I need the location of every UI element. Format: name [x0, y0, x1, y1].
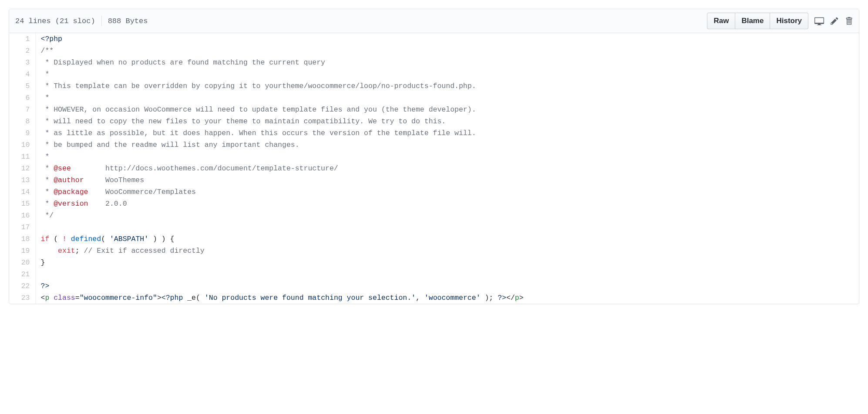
- code-line: /**: [35, 45, 859, 57]
- line-number[interactable]: 11: [9, 151, 35, 163]
- code-line: *: [35, 92, 859, 104]
- code-line: * be bumped and the readme will list any…: [35, 139, 859, 151]
- lines-count: 24 lines (21 sloc): [15, 17, 95, 25]
- line-number[interactable]: 9: [9, 127, 35, 139]
- line-number[interactable]: 18: [9, 233, 35, 245]
- code-line: */: [35, 210, 859, 221]
- code-line: * @author WooThemes: [35, 174, 859, 186]
- line-number[interactable]: 14: [9, 186, 35, 198]
- code-line: }: [35, 257, 859, 268]
- code-line: *: [35, 151, 859, 163]
- line-number[interactable]: 13: [9, 174, 35, 186]
- line-number[interactable]: 15: [9, 198, 35, 210]
- file-actions: Raw Blame History: [707, 13, 853, 29]
- separator: [101, 16, 102, 26]
- line-number[interactable]: 16: [9, 210, 35, 221]
- line-number[interactable]: 5: [9, 80, 35, 92]
- code-line: * will need to copy the new files to you…: [35, 115, 859, 127]
- trash-icon[interactable]: [845, 17, 853, 25]
- pencil-icon[interactable]: [830, 17, 839, 25]
- code-line: <?php: [35, 33, 859, 45]
- button-group: Raw Blame History: [707, 13, 808, 29]
- code-line: * This template can be overridden by cop…: [35, 80, 859, 92]
- line-number[interactable]: 23: [9, 292, 35, 304]
- raw-button[interactable]: Raw: [707, 13, 735, 29]
- line-number[interactable]: 20: [9, 257, 35, 268]
- file-box: 24 lines (21 sloc) 888 Bytes Raw Blame H…: [9, 9, 859, 304]
- code-line: * @package WooCommerce/Templates: [35, 186, 859, 198]
- bytes-count: 888 Bytes: [108, 17, 148, 25]
- code-line: ?>: [35, 280, 859, 292]
- history-button[interactable]: History: [770, 13, 808, 29]
- code-line: [35, 221, 859, 233]
- code-line: * @version 2.0.0: [35, 198, 859, 210]
- code-line: * as little as possible, but it does hap…: [35, 127, 859, 139]
- code-line: if ( ! defined( 'ABSPATH' ) ) {: [35, 233, 859, 245]
- code-line: *: [35, 68, 859, 80]
- desktop-icon[interactable]: [814, 16, 824, 26]
- file-header: 24 lines (21 sloc) 888 Bytes Raw Blame H…: [9, 9, 859, 33]
- code-line: * @see http://docs.woothemes.com/documen…: [35, 163, 859, 174]
- code-line: [35, 268, 859, 280]
- line-number[interactable]: 21: [9, 268, 35, 280]
- code-line: * HOWEVER, on occasion WooCommerce will …: [35, 104, 859, 115]
- file-info: 24 lines (21 sloc) 888 Bytes: [15, 16, 148, 26]
- line-number[interactable]: 4: [9, 68, 35, 80]
- code-line: <p class="woocommerce-info"><?php _e( 'N…: [35, 292, 859, 304]
- line-number[interactable]: 8: [9, 115, 35, 127]
- line-number[interactable]: 2: [9, 45, 35, 57]
- line-number[interactable]: 17: [9, 221, 35, 233]
- code-line: * Displayed when no products are found m…: [35, 57, 859, 68]
- line-number[interactable]: 10: [9, 139, 35, 151]
- blame-button[interactable]: Blame: [735, 13, 770, 29]
- line-number[interactable]: 3: [9, 57, 35, 68]
- line-number[interactable]: 12: [9, 163, 35, 174]
- line-number[interactable]: 22: [9, 280, 35, 292]
- line-number[interactable]: 6: [9, 92, 35, 104]
- code-line: exit; // Exit if accessed directly: [35, 245, 859, 257]
- code-table: 1<?php 2/** 3 * Displayed when no produc…: [9, 33, 859, 304]
- line-number[interactable]: 7: [9, 104, 35, 115]
- line-number[interactable]: 1: [9, 33, 35, 45]
- line-number[interactable]: 19: [9, 245, 35, 257]
